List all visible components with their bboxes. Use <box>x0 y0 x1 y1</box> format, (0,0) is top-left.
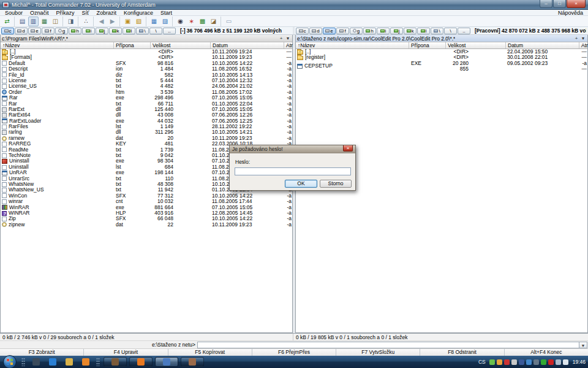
minimize-button[interactable]: – <box>540 0 552 8</box>
root-dir-button[interactable]: \ <box>444 28 457 34</box>
root-dir-button[interactable]: \ <box>149 28 162 34</box>
drive-g-button[interactable]: g <box>350 28 363 34</box>
f8-delete-button[interactable]: F8 Odstranit <box>420 349 504 356</box>
tray-window-icon[interactable] <box>556 359 561 365</box>
drive-l-button[interactable]: l <box>417 28 430 34</box>
tray-messenger-icon[interactable] <box>519 359 524 365</box>
tray-volume-icon[interactable] <box>563 359 568 365</box>
menu-sit[interactable]: Síť <box>78 10 93 16</box>
taskbar-icon-calculator[interactable]: ▦ <box>31 358 40 367</box>
drive-d-button[interactable]: d <box>15 28 28 34</box>
altf4-exit-button[interactable]: Alt+F4 Konec <box>505 349 588 356</box>
taskbar-button-app[interactable]: ◆ <box>181 357 204 367</box>
column-header-ext[interactable]: Přípona <box>114 42 151 48</box>
drive-i-button[interactable]: i <box>82 28 95 34</box>
drive-k-button[interactable]: k <box>109 28 122 34</box>
menu-konfigurace[interactable]: Konfigurace <box>120 10 157 16</box>
taskbar-icon-media-player[interactable]: ◉ <box>81 358 90 367</box>
drive-k-button[interactable]: k <box>404 28 417 34</box>
password-input[interactable] <box>235 167 351 175</box>
favorites-icon[interactable]: + <box>573 36 579 42</box>
drive-j-button[interactable]: j <box>96 28 108 34</box>
tray-power-icon[interactable] <box>533 359 539 365</box>
language-indicator[interactable]: CS <box>478 359 486 365</box>
f4-edit-button[interactable]: F4 Upravit <box>84 349 168 356</box>
tray-tool-icon[interactable] <box>511 359 517 365</box>
column-header-name[interactable]: ↑Název <box>1 42 114 48</box>
drive-e-button[interactable]: e <box>323 28 336 34</box>
f6-move-button[interactable]: F6 PřejmPřes <box>252 349 336 356</box>
taskbar-icon-explorer-folder[interactable]: ▱ <box>64 358 74 367</box>
drive-j-button[interactable]: j <box>390 28 403 34</box>
column-header-attr[interactable]: Atr <box>579 42 588 48</box>
toolbar-separator[interactable] <box>61 17 65 26</box>
network-neighborhood-button[interactable]: \ <box>136 28 149 34</box>
taskbar-button-total-commander[interactable]: ▣ <box>155 357 178 367</box>
tray-safely-remove-icon[interactable] <box>541 359 546 365</box>
f3-view-button[interactable]: F3 Zobrazit <box>0 349 84 356</box>
column-header-date[interactable]: Datum <box>506 42 579 48</box>
sync-dirs-button[interactable]: ◪ <box>208 17 219 26</box>
right-path-bar[interactable]: e:\Staženo z netu\copro-sim.rar\CoolEdit… <box>296 35 587 42</box>
drive-i-button[interactable]: i <box>377 28 390 34</box>
tray-update-icon[interactable] <box>497 359 502 365</box>
file-row[interactable]: CEPSETUP EXE 20 280 855 09.05.2002 09:23… <box>296 61 587 66</box>
parent-dir-button[interactable]: .. <box>163 28 176 34</box>
favorites-icon[interactable]: + <box>278 36 284 42</box>
parent-dir-button[interactable]: .. <box>458 28 470 34</box>
column-header-attr[interactable]: Atr <box>284 42 293 48</box>
notepad-button[interactable]: ▭ <box>224 17 234 26</box>
start-button[interactable] <box>3 355 17 368</box>
cancel-button[interactable]: Storno <box>320 180 352 188</box>
drive-e-button[interactable]: e <box>28 28 41 34</box>
refresh-button[interactable]: ⇄ <box>2 17 12 26</box>
taskbar-clock[interactable]: 19:46 <box>573 359 586 365</box>
maximize-button[interactable]: □ <box>553 0 566 8</box>
menu-soubor[interactable]: Soubor <box>1 10 26 16</box>
edit-file-button[interactable]: ∗ <box>186 17 197 26</box>
tray-media-icon[interactable] <box>504 359 510 365</box>
history-dropdown-icon[interactable]: ▾ <box>285 36 291 42</box>
column-header-date[interactable]: Datum <box>211 42 284 48</box>
pack-files-button[interactable]: ▣ <box>123 17 133 26</box>
drive-c-button[interactable]: c <box>296 28 309 34</box>
history-dropdown-icon[interactable]: ▾ <box>580 36 586 42</box>
network-neighborhood-button[interactable]: \ <box>431 28 443 34</box>
toolbar-separator[interactable] <box>92 17 96 26</box>
unpack-files-button[interactable]: ▧ <box>134 17 144 26</box>
tray-antivirus-icon[interactable] <box>489 359 495 365</box>
back-button[interactable]: ◀ <box>96 17 107 26</box>
brief-view-button[interactable]: ▤ <box>17 17 28 26</box>
column-header-size[interactable]: Velikost <box>151 42 211 48</box>
toolbar-separator[interactable] <box>219 17 223 26</box>
command-line-input[interactable] <box>197 342 579 348</box>
hotlist-button[interactable]: ∴ <box>81 17 91 26</box>
toolbar-separator[interactable] <box>171 17 175 26</box>
column-header-ext[interactable]: Přípona <box>409 42 446 48</box>
f7-mkdir-button[interactable]: F7 VytvSložku <box>336 349 420 356</box>
ok-button[interactable]: OK <box>285 180 317 188</box>
drive-g-button[interactable]: g <box>55 28 68 34</box>
full-view-button[interactable]: ▥ <box>28 17 39 26</box>
drive-c-button[interactable]: c <box>1 28 14 34</box>
toolbar-separator[interactable] <box>145 17 148 26</box>
taskbar-button-firefox[interactable]: ◉ <box>129 357 153 367</box>
file-row[interactable]: zipnew dat 22 10.11.2009 19:23 -a— <box>1 222 292 228</box>
search-button[interactable]: ◉ <box>175 17 186 26</box>
toolbar-separator[interactable] <box>77 17 80 26</box>
ftp-disconnect-button[interactable]: ▨ <box>160 17 170 26</box>
menu-zobrazit[interactable]: Zobrazit <box>92 10 120 16</box>
column-header-size[interactable]: Velikost <box>446 42 506 48</box>
drive-f-button[interactable]: f <box>42 28 55 34</box>
close-button[interactable]: × <box>567 0 586 8</box>
tray-security-alert-icon[interactable] <box>548 359 554 365</box>
command-history-dropdown-icon[interactable]: ▼ <box>579 342 587 348</box>
tray-network-icon[interactable] <box>526 359 532 365</box>
drive-l-button[interactable]: l <box>123 28 135 34</box>
drive-h-button[interactable]: h <box>363 28 376 34</box>
column-header-name[interactable]: ↑Název <box>296 42 409 48</box>
menu-oznacit[interactable]: Označit <box>26 10 53 16</box>
dialog-close-icon[interactable]: × <box>343 145 353 151</box>
toolbar-separator[interactable] <box>118 17 122 26</box>
left-path-bar[interactable]: c:\Program Files\WinRAR\*.* + ▾ <box>1 35 292 42</box>
